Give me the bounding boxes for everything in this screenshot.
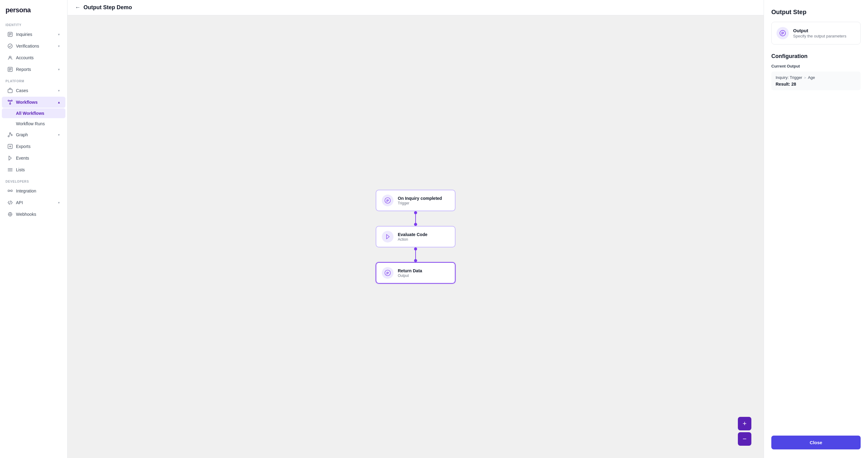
- graph-chevron: ▾: [58, 133, 60, 137]
- sidebar-item-accounts[interactable]: Accounts: [2, 52, 65, 63]
- svg-line-20: [11, 133, 11, 135]
- accounts-icon: [7, 55, 13, 60]
- logo: persona: [0, 0, 67, 19]
- top-bar: ← Output Step Demo: [67, 0, 764, 16]
- config-value-box: Inquiry: Trigger > Age Result: 28: [771, 71, 861, 90]
- all-workflows-label: All Workflows: [16, 111, 44, 116]
- connector-line-2: [415, 250, 416, 259]
- reports-chevron: ▾: [58, 67, 60, 71]
- connector-dot-2: [414, 223, 417, 226]
- config-section-title: Configuration: [771, 53, 861, 60]
- sidebar-subitem-all-workflows[interactable]: All Workflows: [2, 109, 65, 118]
- connector-dot-1: [414, 211, 417, 214]
- api-icon: [7, 200, 13, 205]
- sidebar-item-verifications[interactable]: Verifications ▾: [2, 40, 65, 52]
- identity-section-label: IDENTITY: [0, 19, 67, 29]
- trigger-node-icon: P: [382, 194, 394, 206]
- connector-dot-4: [414, 259, 417, 262]
- integration-icon: [7, 188, 13, 194]
- close-button[interactable]: Close: [771, 436, 861, 449]
- output-node-title: Return Data: [398, 268, 450, 273]
- reports-label: Reports: [16, 67, 31, 72]
- verifications-label: Verifications: [16, 43, 39, 49]
- logo-text: persona: [5, 6, 31, 14]
- svg-line-19: [9, 134, 9, 136]
- sidebar-item-integration[interactable]: Integration: [2, 185, 65, 196]
- sidebar-subitem-workflow-runs[interactable]: Workflow Runs: [2, 119, 65, 129]
- svg-point-32: [9, 214, 11, 215]
- back-button[interactable]: ←: [75, 4, 81, 11]
- config-path: Inquiry: Trigger > Age: [776, 75, 856, 80]
- sidebar-item-inquiries[interactable]: Inquiries ▾: [2, 29, 65, 40]
- config-path-arrow: >: [804, 76, 806, 80]
- zoom-in-button[interactable]: +: [738, 417, 751, 430]
- webhooks-label: Webhooks: [16, 212, 36, 217]
- sidebar-item-api[interactable]: API ▾: [2, 197, 65, 208]
- cases-icon: [7, 88, 13, 93]
- trigger-node[interactable]: P On Inquiry completed Trigger: [376, 190, 456, 211]
- action-node-title: Evaluate Code: [398, 232, 450, 237]
- output-node[interactable]: P Return Data Output: [376, 262, 456, 284]
- sidebar-item-cases[interactable]: Cases ▾: [2, 85, 65, 96]
- inquiries-chevron: ▾: [58, 33, 60, 36]
- verifications-icon: [7, 43, 13, 49]
- lists-icon: [7, 167, 13, 173]
- workflow-canvas: P On Inquiry completed Trigger: [67, 16, 764, 458]
- svg-point-17: [9, 132, 11, 134]
- events-icon: [7, 155, 13, 161]
- trigger-node-subtitle: Trigger: [398, 201, 450, 205]
- trigger-node-title: On Inquiry completed: [398, 196, 450, 201]
- api-chevron: ▾: [58, 201, 60, 205]
- svg-rect-29: [11, 190, 12, 191]
- cases-label: Cases: [16, 88, 28, 93]
- output-node-text: Return Data Output: [398, 268, 450, 278]
- output-node-icon: P: [382, 267, 394, 279]
- zoom-controls: + −: [738, 417, 751, 446]
- config-result: Result: 28: [776, 82, 856, 87]
- platform-section-label: PLATFORM: [0, 75, 67, 85]
- verifications-chevron: ▾: [58, 44, 60, 48]
- sidebar-item-workflows[interactable]: Workflows ▴: [2, 97, 65, 108]
- connector-line-1: [415, 214, 416, 223]
- svg-line-31: [10, 201, 11, 205]
- action-node-subtitle: Action: [398, 237, 450, 242]
- svg-rect-28: [8, 190, 9, 191]
- panel-title: Output Step: [771, 9, 861, 16]
- graph-label: Graph: [16, 132, 28, 137]
- sidebar-item-webhooks[interactable]: Webhooks: [2, 209, 65, 220]
- workflows-icon: [7, 99, 13, 105]
- svg-point-13: [9, 103, 11, 104]
- config-path-part2: Age: [808, 75, 815, 80]
- reports-icon: [7, 67, 13, 72]
- svg-text:P: P: [386, 199, 389, 203]
- webhooks-icon: [7, 212, 13, 217]
- action-node-icon: [382, 231, 394, 243]
- output-card: P Output Specify the output parameters: [771, 22, 861, 44]
- right-panel: Output Step P Output Specify the output …: [764, 0, 868, 458]
- sidebar-item-events[interactable]: Events: [2, 153, 65, 163]
- output-card-subtitle: Specify the output parameters: [793, 34, 846, 38]
- svg-marker-39: [386, 235, 389, 239]
- svg-point-11: [8, 100, 9, 101]
- connector-dot-3: [414, 247, 417, 250]
- output-card-title: Output: [793, 28, 846, 33]
- sidebar-item-lists[interactable]: Lists: [2, 164, 65, 175]
- sidebar-item-exports[interactable]: Exports: [2, 141, 65, 152]
- connector-1: [414, 211, 417, 226]
- svg-rect-10: [8, 89, 12, 93]
- main-content: ← Output Step Demo P On Inquiry complete…: [67, 0, 764, 458]
- svg-text:P: P: [781, 31, 784, 36]
- action-node[interactable]: Evaluate Code Action: [376, 226, 456, 247]
- sidebar-item-reports[interactable]: Reports ▾: [2, 64, 65, 75]
- page-title: Output Step Demo: [84, 4, 132, 11]
- sidebar-item-graph[interactable]: Graph ▾: [2, 129, 65, 140]
- graph-icon: [7, 132, 13, 138]
- config-path-part1: Inquiry: Trigger: [776, 75, 802, 80]
- svg-text:P: P: [386, 271, 389, 275]
- output-card-text: Output Specify the output parameters: [793, 28, 846, 38]
- accounts-label: Accounts: [16, 55, 34, 60]
- developers-section-label: DEVELOPERS: [0, 176, 67, 185]
- zoom-out-button[interactable]: −: [738, 432, 751, 446]
- inquiries-icon: [7, 32, 13, 37]
- config-current-output-label: Current Output: [771, 64, 861, 68]
